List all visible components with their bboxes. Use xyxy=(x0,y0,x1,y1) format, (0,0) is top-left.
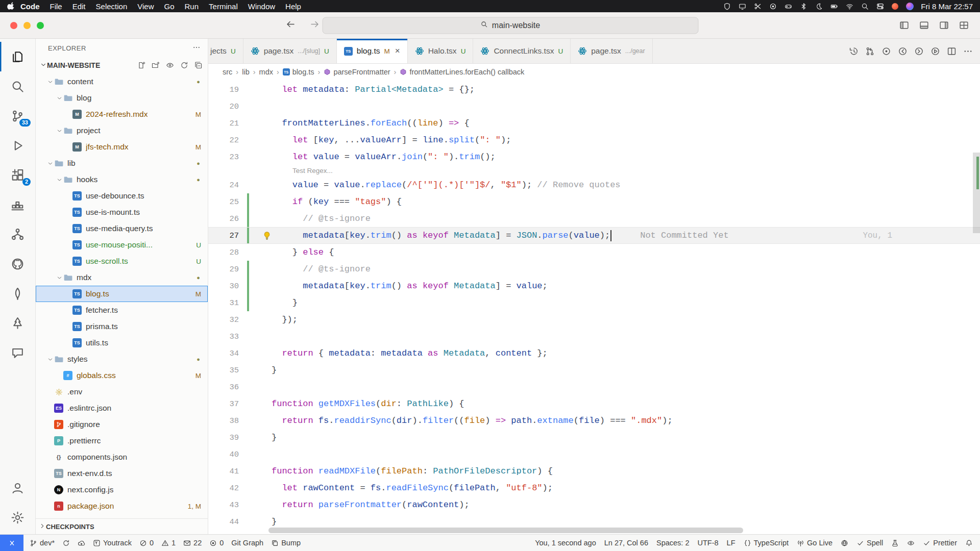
activity-extensions[interactable]: 2 xyxy=(0,160,35,190)
tree-file-.gitignore[interactable]: .gitignore xyxy=(36,416,208,433)
menu-item-run[interactable]: Run xyxy=(180,2,204,11)
apple-menu[interactable] xyxy=(7,2,15,11)
layout-grid-icon[interactable] xyxy=(959,20,969,30)
status-item-lf[interactable]: LF xyxy=(727,539,736,547)
status-item-go-live[interactable]: Go Live xyxy=(797,539,832,547)
target-icon[interactable] xyxy=(769,3,777,10)
tree-file-jfs-tech.mdx[interactable]: Mjfs-tech.mdxM xyxy=(36,139,208,155)
tree-file-use-debounce.ts[interactable]: TSuse-debounce.ts xyxy=(36,188,208,204)
activity-pine[interactable] xyxy=(0,308,35,338)
menu-clock[interactable]: Fri 8 Mar 22:57 xyxy=(921,2,973,11)
status-item-globe[interactable] xyxy=(841,539,848,547)
tree-file-next-env.d.ts[interactable]: TSnext-env.d.ts xyxy=(36,465,208,482)
breadcrumb-item[interactable]: lib xyxy=(242,68,250,76)
moon-icon[interactable] xyxy=(815,3,823,10)
run-circle-icon[interactable] xyxy=(930,46,940,56)
status-item-youtrack[interactable]: Youtrack xyxy=(93,539,132,547)
status-item-typescript[interactable]: TypeScript xyxy=(744,539,789,547)
activity-explorer[interactable] xyxy=(0,42,35,71)
code-line-39[interactable]: 39} xyxy=(208,429,980,446)
tree-file-components.json[interactable]: {}components.json xyxy=(36,449,208,465)
new-folder-icon[interactable] xyxy=(152,61,160,69)
code-line-32[interactable]: 32 }); xyxy=(208,311,980,328)
status-item-0[interactable]: 0 xyxy=(209,539,224,547)
menu-item-terminal[interactable]: Terminal xyxy=(204,2,243,11)
checkpoints-section[interactable]: CHECKPOINTS xyxy=(36,518,208,534)
code-line-27[interactable]: 27 metadata[key.trim() as keyof Metadata… xyxy=(208,227,980,244)
code-line-37[interactable]: 37function getMDXFiles(dir: PathLike) { xyxy=(208,395,980,412)
activity-gear[interactable] xyxy=(0,503,35,532)
activity-github[interactable] xyxy=(0,249,35,279)
status-item-you-1-second-ago[interactable]: You, 1 second ago xyxy=(535,539,596,547)
breadcrumb-item[interactable]: src xyxy=(223,68,232,76)
code-line-31[interactable]: 31 } xyxy=(208,294,980,311)
scissors-icon[interactable] xyxy=(754,3,762,10)
menu-item-go[interactable]: Go xyxy=(159,2,180,11)
tree-file-use-mouse-positi...[interactable]: TSuse-mouse-positi...U xyxy=(36,237,208,253)
nav-forward-button[interactable] xyxy=(310,19,320,31)
menu-item-help[interactable]: Help xyxy=(280,2,306,11)
battery-icon[interactable] xyxy=(830,3,838,10)
tree-folder-content[interactable]: content● xyxy=(36,73,208,90)
zoom-window-button[interactable] xyxy=(37,22,44,29)
layout-sidebar-left-icon[interactable] xyxy=(899,20,909,30)
tree-file-utils.ts[interactable]: TSutils.ts xyxy=(36,335,208,351)
code-line-23[interactable]: 23 let value = valueArr.join(": ").trim(… xyxy=(208,148,980,165)
search-icon[interactable] xyxy=(861,3,869,10)
tree-folder-lib[interactable]: lib● xyxy=(36,155,208,171)
status-item-cloud-up[interactable] xyxy=(78,539,85,547)
horizontal-scrollbar[interactable] xyxy=(268,528,743,533)
code-line-21[interactable]: 21 frontMatterLines.forEach((line) => { xyxy=(208,115,980,132)
history-icon[interactable] xyxy=(849,46,859,56)
status-item-22[interactable]: 22 xyxy=(183,539,202,547)
activity-mongodb[interactable] xyxy=(0,279,35,308)
tree-file-2024-refresh.mdx[interactable]: M2024-refresh.mdxM xyxy=(36,106,208,122)
code-line-33[interactable]: 33 xyxy=(208,328,980,345)
status-item-flask[interactable] xyxy=(891,539,899,547)
code-lens-link[interactable]: Test Regex... xyxy=(208,165,980,177)
menu-item-window[interactable]: Window xyxy=(243,2,280,11)
menu-item-edit[interactable]: Edit xyxy=(67,2,91,11)
status-item-bump[interactable]: Bump xyxy=(271,539,301,547)
code-line-28[interactable]: 28 } else { xyxy=(208,244,980,261)
remote-indicator[interactable] xyxy=(0,535,23,551)
wifi-icon[interactable] xyxy=(846,3,853,10)
collapse-all-icon[interactable] xyxy=(194,61,203,69)
tree-file-use-scroll.ts[interactable]: TSuse-scroll.tsU xyxy=(36,253,208,269)
nav-forward-circle-icon[interactable] xyxy=(914,46,924,56)
code-line-38[interactable]: 38 return fs.readdirSync(dir).filter((fi… xyxy=(208,412,980,429)
menu-item-selection[interactable]: Selection xyxy=(91,2,133,11)
code-line-34[interactable]: 34 return { metadata: metadata as Metada… xyxy=(208,345,980,362)
tree-file-use-is-mount.ts[interactable]: TSuse-is-mount.ts xyxy=(36,204,208,220)
split-editor-icon[interactable] xyxy=(947,46,957,56)
status-item-dev-[interactable]: dev* xyxy=(30,539,55,547)
code-line-30[interactable]: 30 metadata[key.trim() as keyof Metadata… xyxy=(208,278,980,294)
nav-back-button[interactable] xyxy=(286,19,296,31)
layout-panel-icon[interactable] xyxy=(919,20,929,30)
toggles-icon[interactable] xyxy=(876,3,884,10)
activity-run-debug[interactable] xyxy=(0,131,35,160)
display-icon[interactable] xyxy=(739,3,746,10)
status-item-prettier[interactable]: Prettier xyxy=(923,539,957,547)
refresh-icon[interactable] xyxy=(180,61,188,69)
status-item-utf-8[interactable]: UTF-8 xyxy=(698,539,719,547)
tree-file-globals.css[interactable]: #globals.cssM xyxy=(36,367,208,384)
status-item-eye[interactable] xyxy=(907,539,915,547)
shield-icon[interactable] xyxy=(723,3,731,10)
code-line-35[interactable]: 35} xyxy=(208,362,980,379)
layout-sidebar-right-icon[interactable] xyxy=(939,20,949,30)
minimap[interactable] xyxy=(904,82,972,172)
status-item-spell[interactable]: Spell xyxy=(856,539,883,547)
status-item-sync[interactable] xyxy=(62,539,70,547)
record-icon[interactable] xyxy=(892,3,898,10)
status-item-bell[interactable] xyxy=(965,539,973,547)
breadcrumb-item[interactable]: frontMatterLines.forEach() callback xyxy=(400,68,524,76)
tree-file-.eslintrc.json[interactable]: ES.eslintrc.json xyxy=(36,400,208,416)
tab-ConnectLinks.tsx[interactable]: ConnectLinks.tsxU xyxy=(473,39,571,63)
bluetooth-icon[interactable] xyxy=(800,3,807,10)
menu-item-file[interactable]: File xyxy=(45,2,67,11)
code-line-22[interactable]: 22 let [key, ...valueArr] = line.split("… xyxy=(208,132,980,148)
tree-folder-project[interactable]: project xyxy=(36,122,208,139)
activity-chat[interactable] xyxy=(0,338,35,367)
vertical-scrollbar[interactable] xyxy=(973,153,980,233)
